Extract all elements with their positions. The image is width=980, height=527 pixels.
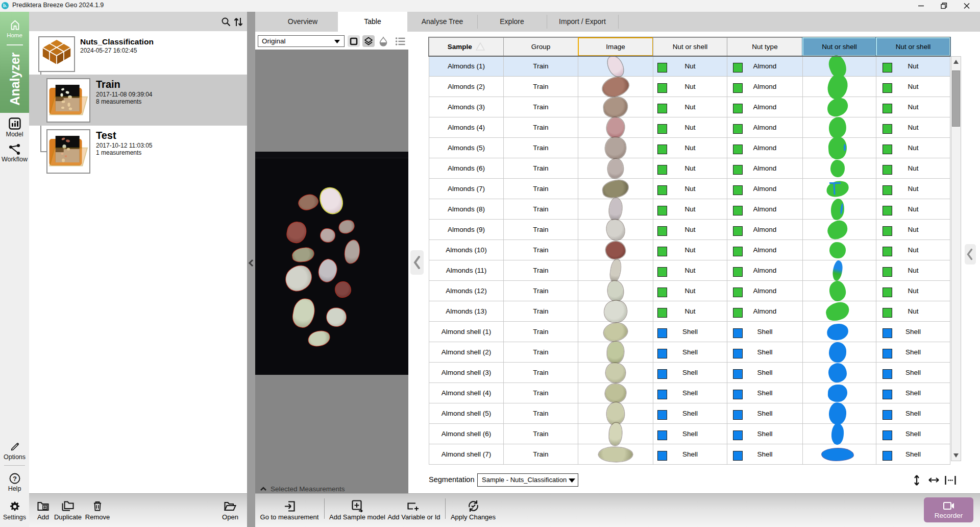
- svg-text:?: ?: [13, 475, 17, 483]
